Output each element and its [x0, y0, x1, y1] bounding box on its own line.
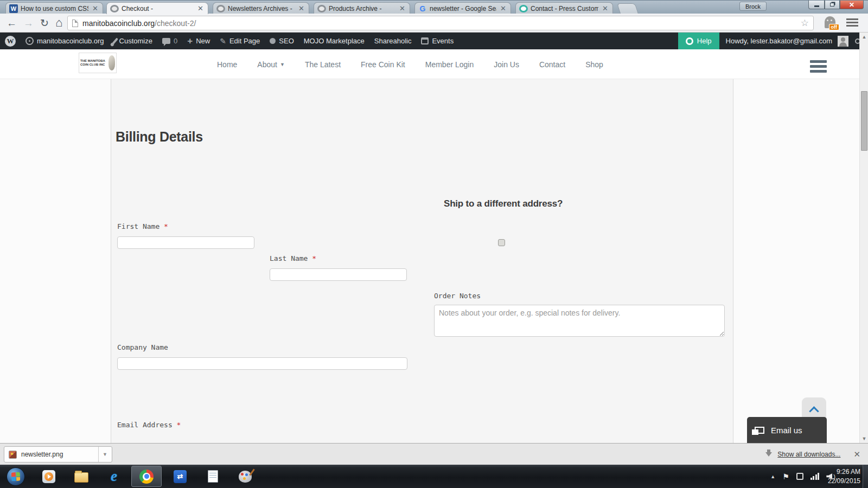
page-scrollbar[interactable]: ▲ ▼ — [859, 33, 868, 443]
tab-title: Checkout - — [122, 5, 194, 12]
tab-close-icon[interactable]: ✕ — [499, 5, 507, 12]
nav-shop[interactable]: Shop — [585, 60, 603, 69]
forward-button[interactable]: → — [23, 18, 34, 28]
back-button[interactable]: ← — [7, 18, 17, 28]
tab-google-search[interactable]: G newsletter - Google Searc ✕ — [414, 2, 511, 14]
reload-button[interactable]: ↻ — [40, 18, 49, 28]
tab-contact-customizr[interactable]: Contact - Press Customizr ✕ — [515, 2, 613, 14]
last-name-label: Last Name * — [270, 254, 316, 262]
tab-close-icon[interactable]: ✕ — [297, 5, 305, 12]
site-logo[interactable]: THE MANITOBA COIN CLUB INC — [79, 53, 117, 73]
coin-graphic — [108, 55, 115, 70]
downloads-bar-close-icon[interactable]: ✕ — [853, 450, 860, 459]
tray-expand-icon[interactable]: ▲ — [770, 474, 775, 479]
paint-icon — [239, 471, 252, 483]
nav-about[interactable]: About▼ — [257, 60, 285, 69]
taskbar-teamviewer[interactable]: ⇄ — [165, 466, 195, 487]
tab-title: newsletter - Google Searc — [430, 5, 496, 12]
admin-events[interactable]: Events — [416, 33, 458, 49]
download-item[interactable]: newsletter.png ▼ — [4, 446, 112, 463]
admin-edit-page[interactable]: ✎Edit Page — [215, 33, 265, 49]
start-button[interactable] — [7, 467, 25, 486]
admin-comments[interactable]: 0 — [157, 33, 182, 49]
edit-page-label: Edit Page — [229, 37, 260, 45]
minimize-button[interactable] — [808, 1, 825, 9]
taskbar-chrome[interactable] — [131, 466, 162, 487]
taskbar-notepad[interactable] — [197, 466, 228, 487]
howdy-account-menu[interactable]: Howdy, lester.bakator@gmail.com — [719, 37, 838, 45]
network-signal-icon[interactable] — [810, 473, 820, 480]
browser-profile-button[interactable]: Brock — [739, 2, 767, 11]
admin-customize[interactable]: Customize — [109, 33, 157, 49]
lifebuoy-icon — [686, 37, 693, 45]
tab-close-icon[interactable]: ✕ — [196, 5, 205, 12]
download-options-caret[interactable]: ▼ — [98, 447, 107, 462]
taskbar-paint[interactable] — [230, 466, 260, 487]
tab-checkout[interactable]: Checkout - ✕ — [106, 2, 208, 14]
admin-shareaholic[interactable]: Shareaholic — [369, 33, 417, 49]
internet-explorer-icon: e — [111, 468, 117, 485]
first-name-input[interactable] — [117, 236, 254, 249]
scrollbar-thumb[interactable] — [861, 91, 867, 151]
required-mark: * — [164, 222, 168, 230]
taskbar-clock[interactable]: 9:26 AM 22/09/2015 — [828, 465, 860, 488]
taskbar: e ⇄ ▲ ⚑ ) 9:26 AM 22/09/2015 — [0, 465, 868, 488]
download-filename: newsletter.png — [21, 451, 94, 458]
order-notes-textarea[interactable] — [434, 305, 725, 337]
ship-different-address-checkbox[interactable] — [498, 239, 505, 246]
required-mark: * — [177, 421, 181, 429]
site-menu-icon[interactable] — [810, 60, 827, 75]
dropdown-caret-icon: ▼ — [280, 62, 285, 67]
scrollbar-up-icon[interactable]: ▲ — [860, 33, 868, 41]
tab-close-icon[interactable]: ✕ — [601, 5, 609, 12]
admin-site-link[interactable]: manitobacoinclub.org — [21, 33, 109, 49]
site-favicon — [216, 5, 225, 12]
show-all-downloads-link[interactable]: Show all downloads... — [777, 451, 840, 458]
taskbar-explorer[interactable] — [66, 466, 97, 487]
site-favicon — [110, 5, 119, 12]
restore-button[interactable] — [825, 1, 840, 9]
browser-toolbar: ← → ↻ ⌂ manitobacoinclub.org /checkout-2… — [0, 14, 868, 33]
folder-icon — [74, 472, 88, 483]
avatar[interactable] — [838, 36, 848, 47]
tab-close-icon[interactable]: ✕ — [91, 5, 99, 12]
nav-home[interactable]: Home — [217, 60, 237, 69]
nav-member-login[interactable]: Member Login — [425, 60, 474, 69]
wp-admin-bar: W manitobacoinclub.org Customize 0 +New … — [0, 33, 868, 49]
company-name-input[interactable] — [117, 357, 407, 370]
nav-the-latest[interactable]: The Latest — [305, 60, 341, 69]
browser-tab-strip: W How to use custom CSS to ✕ Checkout - … — [0, 0, 868, 14]
checkout-page: Billing Details First Name * Last Name *… — [0, 79, 868, 443]
email-us-label: Email us — [771, 426, 802, 435]
tab-newsletters-archives[interactable]: Newsletters Archives - ✕ — [213, 2, 309, 14]
action-center-flag-icon[interactable]: ⚑ — [782, 472, 789, 481]
admin-seo[interactable]: SEO — [265, 33, 298, 49]
seo-label: SEO — [279, 37, 293, 45]
new-tab-button[interactable] — [617, 3, 639, 14]
tab-products-archive[interactable]: Products Archive - ✕ — [314, 2, 410, 14]
teamviewer-icon: ⇄ — [174, 470, 187, 483]
download-arrow-icon — [765, 452, 772, 460]
admin-mojo[interactable]: MOJO Marketplace — [299, 33, 369, 49]
last-name-input[interactable] — [270, 268, 407, 281]
wp-logo-menu[interactable]: W — [0, 33, 21, 49]
chrome-menu-icon[interactable] — [846, 18, 858, 28]
nav-contact[interactable]: Contact — [539, 60, 565, 69]
address-bar[interactable]: manitobacoinclub.org /checkout-2/ ☆ — [67, 16, 814, 30]
taskbar-media-player[interactable] — [34, 466, 64, 487]
tray-app-icon[interactable] — [796, 473, 803, 480]
order-notes-label: Order Notes — [434, 292, 481, 300]
admin-new[interactable]: +New — [182, 33, 215, 49]
nav-join-us[interactable]: Join Us — [494, 60, 519, 69]
close-button[interactable]: ✕ — [840, 1, 864, 9]
help-button[interactable]: Help — [678, 33, 719, 49]
scrollbar-down-icon[interactable]: ▼ — [860, 434, 868, 443]
show-desktop-button[interactable] — [863, 465, 868, 488]
bookmark-star-icon[interactable]: ☆ — [801, 17, 809, 29]
taskbar-internet-explorer[interactable]: e — [99, 466, 129, 487]
tab-custom-css[interactable]: W How to use custom CSS to ✕ — [5, 2, 103, 14]
home-button[interactable]: ⌂ — [55, 17, 62, 29]
tab-close-icon[interactable]: ✕ — [398, 5, 406, 12]
nav-free-coin-kit[interactable]: Free Coin Kit — [361, 60, 405, 69]
email-us-widget[interactable]: Email us — [747, 417, 827, 443]
